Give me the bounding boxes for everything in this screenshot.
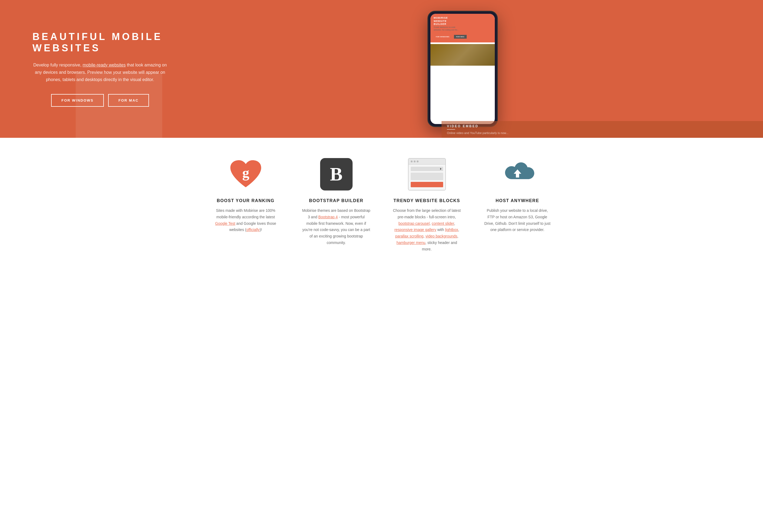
browser-cursor <box>440 168 442 170</box>
phone-screen-subtitle: Create awesome no-codewebsites. No codin… <box>434 26 491 31</box>
phone-screen-header: MOBIRISEWEBSITEBUILDER Create awesome no… <box>430 14 495 43</box>
host-icon-wrap <box>483 157 552 192</box>
hero-buttons: FOR WINDOWS FOR MAC <box>33 94 167 107</box>
host-title: HOST ANYWHERE <box>483 198 552 203</box>
host-desc: Publish your website to a local drive, F… <box>483 208 552 233</box>
parallax-link[interactable]: parallax scrolling <box>395 234 423 238</box>
windows-button[interactable]: FOR WINDOWS <box>51 94 104 107</box>
google-test-link[interactable]: Google Test <box>215 221 235 225</box>
boost-desc: Sites made with Mobirise are 100% mobile… <box>211 208 280 233</box>
phone-btn-mac: FOR MAC <box>454 35 467 39</box>
hero-content: BEAUTIFUL MOBILE WEBSITES Develop fully … <box>0 15 178 123</box>
trendy-icon-wrap <box>392 157 461 192</box>
feature-trendy: TRENDY WEBSITE BLOCKS Choose from the la… <box>387 157 467 253</box>
video-embed-line <box>447 129 455 130</box>
browser-dot-1 <box>411 160 413 162</box>
video-embed-desc: Online video and YouTube particularly is… <box>447 131 758 134</box>
mac-button[interactable]: FOR MAC <box>108 94 149 107</box>
trendy-desc: Choose from the large selection of lates… <box>392 208 461 253</box>
browser-dot-3 <box>417 160 418 162</box>
features-grid: g BOOST YOUR RANKING Sites made with Mob… <box>206 157 557 253</box>
heart-google-icon: g <box>228 158 263 191</box>
video-embed-label: VIDEO EMBED <box>447 124 758 128</box>
phone-screen-image <box>430 44 495 66</box>
content-slider-link[interactable]: content slider <box>432 221 454 225</box>
hero-section: BEAUTIFUL MOBILE WEBSITES Develop fully … <box>0 0 763 138</box>
phone-screen: MOBIRISEWEBSITEBUILDER Create awesome no… <box>430 14 495 124</box>
video-bg-link[interactable]: video backgrounds <box>426 234 458 238</box>
officially-link[interactable]: officially <box>246 227 260 232</box>
feature-bootstrap: B BOOTSTRAP BUILDER Mobirise themes are … <box>296 157 376 253</box>
bootstrap4-link[interactable]: Bootstrap 4 <box>318 215 338 219</box>
boost-title: BOOST YOUR RANKING <box>211 198 280 203</box>
svg-text:g: g <box>242 165 249 180</box>
phone-screen-title: MOBIRISEWEBSITEBUILDER <box>434 17 491 26</box>
feature-boost: g BOOST YOUR RANKING Sites made with Mob… <box>206 157 285 253</box>
hero-description: Develop fully responsive, mobile-ready w… <box>33 61 167 83</box>
mobile-ready-link[interactable]: mobile-ready websites <box>83 63 126 67</box>
phone-btn-windows: FOR WINDOWS <box>434 35 452 39</box>
trendy-title: TRENDY WEBSITE BLOCKS <box>392 198 461 203</box>
browser-dot-2 <box>414 160 416 162</box>
carousel-link[interactable]: bootstrap carousel <box>398 221 430 225</box>
lightbox-link[interactable]: lightbox <box>445 227 458 232</box>
image-gallery-link[interactable]: responsive image gallery <box>394 227 436 232</box>
hero-title: BEAUTIFUL MOBILE WEBSITES <box>33 31 167 54</box>
browser-blocks-icon <box>408 158 446 191</box>
hamburger-link[interactable]: hamburger menu <box>396 240 425 245</box>
browser-content <box>408 164 445 189</box>
bootstrap-desc: Mobirise themes are based on Bootstrap 3… <box>302 208 371 246</box>
features-section: g BOOST YOUR RANKING Sites made with Mob… <box>0 138 763 269</box>
phone-mockup: MOBIRISEWEBSITEBUILDER Create awesome no… <box>427 11 498 127</box>
browser-bar <box>408 159 445 164</box>
browser-block1 <box>411 173 443 180</box>
hero-image-area: MOBIRISEWEBSITEBUILDER Create awesome no… <box>178 0 763 138</box>
feature-host: HOST ANYWHERE Publish your website to a … <box>478 157 557 253</box>
cloud-upload-icon <box>498 158 536 191</box>
bootstrap-icon-wrap: B <box>302 157 371 192</box>
browser-nav-bar <box>411 167 443 171</box>
bootstrap-b-icon: B <box>320 158 353 191</box>
browser-block2 <box>411 182 443 187</box>
bootstrap-title: BOOTSTRAP BUILDER <box>302 198 371 203</box>
video-embed-strip: VIDEO EMBED Online video and YouTube par… <box>442 121 763 138</box>
boost-icon-wrap: g <box>211 157 280 192</box>
